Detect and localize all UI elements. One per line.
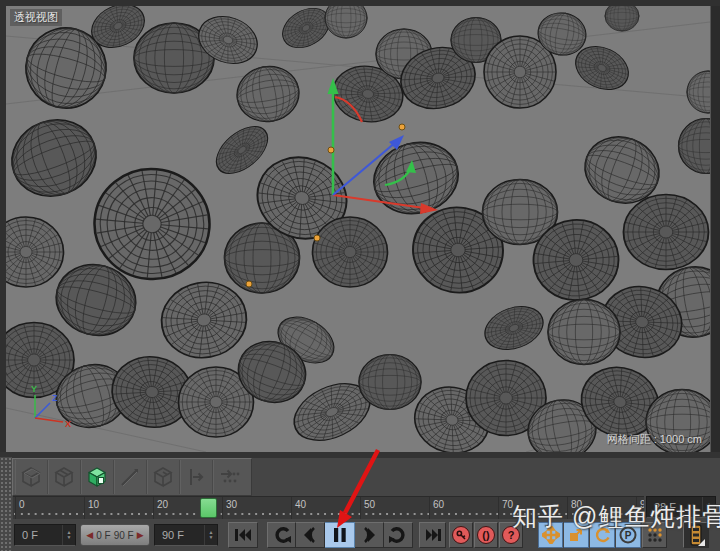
ruler-tick [15, 497, 16, 519]
application-window: .w{fill:none;stroke:#2a2a2a;stroke-width… [0, 0, 720, 551]
record-key-icon [452, 526, 470, 544]
range-start-stepper[interactable]: ▲▼ [62, 525, 75, 545]
ruler-tick-label: 10 [88, 499, 99, 510]
wireframe-cell [313, 217, 388, 287]
previous-frame-button[interactable] [296, 522, 325, 548]
go-to-end-icon [425, 528, 441, 542]
loop-forward-icon [389, 526, 407, 544]
ruler-tick-label: 50 [364, 499, 375, 510]
bottom-tool-palette [12, 458, 252, 496]
wireframe-cell [624, 195, 709, 270]
toolbar-grip-handle[interactable] [0, 457, 12, 551]
range-start-label: 0 F [96, 530, 110, 541]
tool-arrow-dots-button[interactable] [213, 460, 246, 494]
grid-spacing-label: 网格间距 : 1000 cm [607, 432, 702, 447]
loop-forward-button[interactable] [384, 522, 413, 548]
watermark-text: 知乎 @鲤鱼炖排骨 [512, 500, 720, 533]
next-frame-icon [360, 527, 378, 543]
pause-button[interactable] [325, 522, 355, 548]
viewport-title: 透视视图 [10, 9, 62, 26]
range-end-label: 90 F [114, 530, 134, 541]
ruler-tick [429, 497, 430, 519]
pause-icon [333, 527, 347, 543]
ruler-tick [360, 497, 361, 519]
ruler-tick-label: 20 [157, 499, 168, 510]
range-left-arrow-icon[interactable]: ◀ [86, 530, 93, 540]
go-to-start-button[interactable] [228, 522, 258, 548]
ruler-tick [291, 497, 292, 519]
tool-export-arrow-button[interactable] [180, 460, 213, 494]
loop-backward-button[interactable] [267, 522, 296, 548]
ruler-tick [153, 497, 154, 519]
tool-model-mode-button-active[interactable] [81, 460, 114, 494]
perspective-viewport[interactable]: .w{fill:none;stroke:#2a2a2a;stroke-width… [6, 6, 710, 452]
timeline-playhead[interactable] [200, 498, 217, 518]
tool-cube-copy-button[interactable] [147, 460, 180, 494]
next-frame-button[interactable] [355, 522, 384, 548]
ruler-tick-label: 0 [19, 499, 25, 510]
go-to-end-button[interactable] [419, 522, 446, 548]
ruler-tick-label: 60 [433, 499, 444, 510]
record-parenthesis-icon: () [477, 526, 495, 544]
ruler-tick [84, 497, 85, 519]
tool-cube-redo-button[interactable] [48, 460, 81, 494]
tool-knife-button[interactable] [114, 460, 147, 494]
previous-frame-icon [301, 527, 319, 543]
ruler-tick [498, 497, 499, 519]
viewport-scrollbar-area[interactable] [710, 6, 720, 455]
ruler-tick-label: 30 [226, 499, 237, 510]
go-to-start-icon [234, 528, 252, 542]
ruler-tick-label: 40 [295, 499, 306, 510]
autokey-button[interactable]: () [474, 522, 498, 548]
range-end-stepper[interactable]: ▲▼ [204, 525, 217, 545]
range-end-field[interactable]: 90 F ▲▼ [154, 524, 218, 546]
ruler-tick [222, 497, 223, 519]
range-start-field[interactable]: 0 F ▲▼ [14, 524, 76, 546]
record-keyframe-button[interactable] [449, 522, 473, 548]
range-right-arrow-icon[interactable]: ▶ [137, 530, 144, 540]
wireframe-cell-scene: .w{fill:none;stroke:#2a2a2a;stroke-width… [6, 6, 710, 452]
wireframe-cell [359, 355, 421, 410]
preview-range-slider[interactable]: ◀ 0 F 90 F ▶ [80, 524, 150, 546]
window-border-left [0, 6, 6, 455]
wireframe-cell [548, 300, 620, 365]
loop-backward-icon [273, 526, 291, 544]
window-border-top [0, 0, 720, 6]
tool-cube-undo-button[interactable] [15, 460, 48, 494]
